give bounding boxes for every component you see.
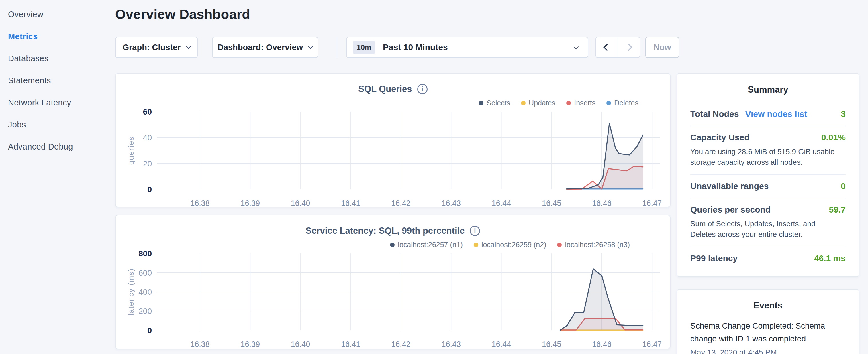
svg-text:16:40: 16:40: [291, 199, 310, 207]
summary-row-value: 0: [841, 181, 846, 191]
svg-text:200: 200: [138, 307, 152, 316]
svg-text:16:45: 16:45: [542, 340, 561, 349]
svg-text:16:38: 16:38: [190, 340, 210, 349]
summary-row-label: Total Nodes: [690, 109, 739, 119]
summary-row-value: 3: [841, 109, 846, 119]
svg-text:16:41: 16:41: [341, 340, 361, 349]
overview-dashboard-page: { "sidebar": { "items": [ { "label": "Ov…: [0, 0, 868, 354]
chevron-down-icon: [308, 43, 313, 49]
summary-row-value: 0.01%: [821, 133, 846, 142]
sidebar-item-metrics[interactable]: Metrics: [0, 26, 112, 47]
next-time-button[interactable]: [618, 37, 640, 57]
sidebar-item-overview[interactable]: Overview: [0, 3, 112, 26]
svg-text:16:38: 16:38: [190, 199, 210, 207]
summary-row-p99-latency: P99 latency46.1 ms: [690, 247, 846, 270]
svg-text:16:42: 16:42: [391, 340, 411, 349]
chevron-right-icon: [625, 43, 632, 51]
svg-text:400: 400: [138, 288, 152, 296]
graph-scope-dropdown[interactable]: Graph: Cluster: [115, 37, 198, 58]
summary-row-label: P99 latency: [690, 254, 738, 263]
view-nodes-list-link[interactable]: View nodes list: [745, 109, 807, 119]
svg-text:0: 0: [147, 185, 152, 194]
summary-row-value: 59.7: [829, 205, 846, 215]
summary-row-label: Queries per second: [690, 205, 771, 215]
summary-row-value: 46.1 ms: [814, 254, 846, 263]
sql-queries-chart-card: SQL QueriesiSelectsUpdatesInsertsDeletes…: [115, 73, 671, 207]
svg-text:20: 20: [143, 159, 152, 168]
summary-row-label: Unavailable ranges: [690, 181, 769, 191]
time-window-badge: 10m: [353, 41, 375, 54]
sidebar-item-statements[interactable]: Statements: [0, 70, 112, 92]
summary-title: Summary: [677, 85, 859, 95]
svg-text:40: 40: [143, 133, 152, 142]
dashboard-dropdown[interactable]: Dashboard: Overview: [212, 37, 318, 58]
chart-plot-area: 16:3816:3916:4016:4116:4216:4316:4416:45…: [116, 215, 670, 349]
summary-row-label: Capacity Used: [690, 133, 750, 142]
svg-text:16:43: 16:43: [441, 340, 461, 349]
now-button-label: Now: [653, 43, 671, 52]
svg-text:600: 600: [138, 268, 152, 277]
events-panel: Events Schema Change Completed: Schema c…: [677, 289, 859, 354]
graph-scope-label: Graph: Cluster: [122, 43, 181, 52]
svg-text:16:47: 16:47: [642, 340, 662, 349]
svg-text:16:42: 16:42: [391, 199, 411, 207]
svg-text:16:47: 16:47: [642, 199, 662, 207]
chevron-left-icon: [603, 43, 610, 51]
summary-row-description: Sum of Selects, Updates, Inserts, and De…: [690, 219, 839, 240]
dashboard-label: Dashboard: Overview: [217, 43, 303, 52]
svg-text:16:44: 16:44: [492, 340, 511, 349]
summary-row-unavailable-ranges: Unavailable ranges0: [690, 175, 846, 198]
chart-plot-area: 16:3816:3916:4016:4116:4216:4316:4416:45…: [116, 74, 670, 207]
summary-row-capacity-used: Capacity Used0.01%You are using 28.6 MiB…: [690, 126, 846, 175]
svg-text:16:39: 16:39: [241, 199, 260, 207]
svg-text:800: 800: [138, 249, 152, 258]
svg-text:60: 60: [143, 107, 152, 116]
chevron-down-icon: [186, 43, 191, 49]
chevron-down-icon: [574, 44, 579, 49]
svg-text:16:41: 16:41: [341, 199, 361, 207]
sidebar-item-jobs[interactable]: Jobs: [0, 114, 112, 136]
event-timestamp: May 13, 2020 at 4:45 PM: [690, 348, 846, 354]
now-button[interactable]: Now: [645, 37, 679, 58]
summary-row-total-nodes: Total NodesView nodes list3: [690, 103, 846, 126]
svg-text:16:46: 16:46: [592, 199, 612, 207]
sidebar-item-network-latency[interactable]: Network Latency: [0, 92, 112, 114]
svg-text:16:46: 16:46: [592, 340, 612, 349]
svg-text:16:44: 16:44: [492, 199, 511, 207]
event-message: Schema Change Completed: Schema change w…: [690, 319, 829, 345]
time-pager: [595, 37, 640, 58]
summary-row-queries-per-second: Queries per second59.7Sum of Selects, Up…: [690, 198, 846, 247]
events-title: Events: [677, 300, 859, 311]
time-range-dropdown[interactable]: 10m Past 10 Minutes: [346, 37, 588, 58]
svg-text:latency (ms): latency (ms): [127, 268, 135, 316]
service-latency-chart-card: Service Latency: SQL, 99th percentileilo…: [115, 215, 671, 349]
summary-row-description: You are using 28.6 MiB of 515.9 GiB usab…: [690, 147, 839, 167]
svg-text:16:43: 16:43: [441, 199, 461, 207]
prev-time-button[interactable]: [596, 37, 618, 57]
sidebar-nav: OverviewMetricsDatabasesStatementsNetwor…: [0, 0, 112, 354]
sidebar-item-advanced-debug[interactable]: Advanced Debug: [0, 136, 112, 158]
controls-divider: [337, 37, 337, 58]
svg-text:queries: queries: [127, 136, 135, 165]
svg-text:16:40: 16:40: [291, 340, 310, 349]
event-list-item: Schema Change Completed: Schema change w…: [690, 319, 846, 354]
svg-text:16:39: 16:39: [241, 340, 260, 349]
svg-text:16:45: 16:45: [542, 199, 561, 207]
sidebar-item-databases[interactable]: Databases: [0, 47, 112, 70]
summary-panel: Summary Total NodesView nodes list3Capac…: [677, 73, 859, 277]
svg-text:0: 0: [147, 326, 152, 335]
time-window-label: Past 10 Minutes: [383, 42, 448, 52]
page-title: Overview Dashboard: [115, 6, 250, 22]
